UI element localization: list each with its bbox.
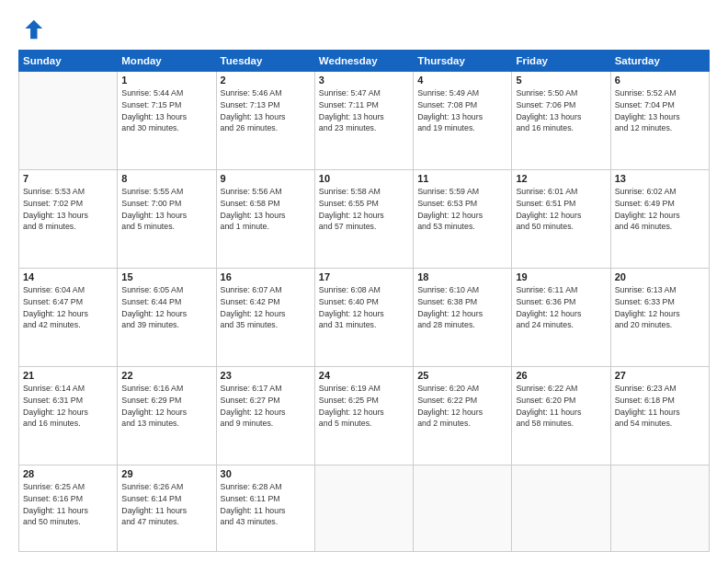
day-number: 3 [319, 75, 409, 86]
day-info: Sunrise: 6:23 AM Sunset: 6:18 PM Dayligh… [615, 383, 705, 430]
weekday-header: Wednesday [314, 51, 413, 72]
calendar-day-cell: 23Sunrise: 6:17 AM Sunset: 6:27 PM Dayli… [216, 367, 314, 465]
day-info: Sunrise: 6:02 AM Sunset: 6:49 PM Dayligh… [615, 186, 705, 233]
day-info: Sunrise: 6:10 AM Sunset: 6:38 PM Dayligh… [417, 284, 507, 331]
calendar-day-cell: 26Sunrise: 6:22 AM Sunset: 6:20 PM Dayli… [512, 367, 610, 465]
day-number: 9 [221, 173, 311, 184]
day-number: 26 [516, 370, 606, 381]
day-info: Sunrise: 6:20 AM Sunset: 6:22 PM Dayligh… [417, 383, 507, 430]
day-number: 1 [121, 75, 211, 86]
day-info: Sunrise: 6:28 AM Sunset: 6:11 PM Dayligh… [221, 481, 311, 528]
calendar-day-cell: 3Sunrise: 5:47 AM Sunset: 7:11 PM Daylig… [314, 72, 413, 170]
day-number: 18 [417, 271, 507, 282]
calendar-day-cell: 15Sunrise: 6:05 AM Sunset: 6:44 PM Dayli… [118, 269, 216, 367]
weekday-header: Thursday [414, 51, 512, 72]
svg-marker-0 [25, 20, 42, 40]
day-info: Sunrise: 5:59 AM Sunset: 6:53 PM Dayligh… [417, 186, 507, 233]
calendar-week-row: 21Sunrise: 6:14 AM Sunset: 6:31 PM Dayli… [19, 367, 710, 465]
calendar-day-cell: 9Sunrise: 5:56 AM Sunset: 6:58 PM Daylig… [216, 170, 314, 269]
calendar-day-cell: 19Sunrise: 6:11 AM Sunset: 6:36 PM Dayli… [512, 269, 610, 367]
day-number: 27 [615, 370, 705, 381]
day-number: 7 [23, 173, 113, 184]
calendar-day-cell [314, 465, 413, 552]
weekday-header: Tuesday [216, 51, 314, 72]
calendar-day-cell: 7Sunrise: 5:53 AM Sunset: 7:02 PM Daylig… [19, 170, 118, 269]
day-number: 14 [23, 271, 113, 282]
day-info: Sunrise: 6:11 AM Sunset: 6:36 PM Dayligh… [516, 284, 606, 331]
weekday-header: Sunday [19, 51, 118, 72]
day-info: Sunrise: 6:05 AM Sunset: 6:44 PM Dayligh… [121, 284, 211, 331]
day-info: Sunrise: 6:08 AM Sunset: 6:40 PM Dayligh… [319, 284, 409, 331]
calendar-day-cell: 27Sunrise: 6:23 AM Sunset: 6:18 PM Dayli… [610, 367, 709, 465]
calendar-day-cell: 16Sunrise: 6:07 AM Sunset: 6:42 PM Dayli… [216, 269, 314, 367]
calendar-day-cell: 10Sunrise: 5:58 AM Sunset: 6:55 PM Dayli… [314, 170, 413, 269]
calendar-day-cell: 21Sunrise: 6:14 AM Sunset: 6:31 PM Dayli… [19, 367, 118, 465]
logo [18, 17, 46, 42]
calendar-day-cell: 11Sunrise: 5:59 AM Sunset: 6:53 PM Dayli… [414, 170, 512, 269]
day-info: Sunrise: 5:47 AM Sunset: 7:11 PM Dayligh… [319, 87, 409, 134]
calendar-day-cell: 17Sunrise: 6:08 AM Sunset: 6:40 PM Dayli… [314, 269, 413, 367]
calendar-table: SundayMondayTuesdayWednesdayThursdayFrid… [18, 50, 710, 552]
logo-icon [18, 17, 44, 42]
day-info: Sunrise: 6:07 AM Sunset: 6:42 PM Dayligh… [221, 284, 311, 331]
day-info: Sunrise: 5:56 AM Sunset: 6:58 PM Dayligh… [221, 186, 311, 233]
day-number: 2 [221, 75, 311, 86]
calendar-week-row: 28Sunrise: 6:25 AM Sunset: 6:16 PM Dayli… [19, 465, 710, 552]
day-number: 10 [319, 173, 409, 184]
day-number: 4 [417, 75, 507, 86]
day-info: Sunrise: 6:16 AM Sunset: 6:29 PM Dayligh… [121, 383, 211, 430]
calendar-day-cell: 6Sunrise: 5:52 AM Sunset: 7:04 PM Daylig… [610, 72, 709, 170]
day-info: Sunrise: 6:14 AM Sunset: 6:31 PM Dayligh… [23, 383, 113, 430]
weekday-header: Friday [512, 51, 610, 72]
calendar-day-cell: 14Sunrise: 6:04 AM Sunset: 6:47 PM Dayli… [19, 269, 118, 367]
day-number: 16 [221, 271, 311, 282]
calendar-day-cell: 24Sunrise: 6:19 AM Sunset: 6:25 PM Dayli… [314, 367, 413, 465]
calendar-day-cell: 8Sunrise: 5:55 AM Sunset: 7:00 PM Daylig… [118, 170, 216, 269]
calendar-day-cell [610, 465, 709, 552]
day-number: 8 [121, 173, 211, 184]
day-number: 12 [516, 173, 606, 184]
calendar-week-row: 1Sunrise: 5:44 AM Sunset: 7:15 PM Daylig… [19, 72, 710, 170]
day-info: Sunrise: 6:13 AM Sunset: 6:33 PM Dayligh… [615, 284, 705, 331]
weekday-header: Saturday [610, 51, 709, 72]
weekday-header: Monday [118, 51, 216, 72]
calendar-day-cell: 30Sunrise: 6:28 AM Sunset: 6:11 PM Dayli… [216, 465, 314, 552]
day-number: 17 [319, 271, 409, 282]
calendar-day-cell: 12Sunrise: 6:01 AM Sunset: 6:51 PM Dayli… [512, 170, 610, 269]
day-number: 29 [121, 468, 211, 479]
day-info: Sunrise: 5:55 AM Sunset: 7:00 PM Dayligh… [121, 186, 211, 233]
day-info: Sunrise: 5:50 AM Sunset: 7:06 PM Dayligh… [516, 87, 606, 134]
calendar-day-cell: 2Sunrise: 5:46 AM Sunset: 7:13 PM Daylig… [216, 72, 314, 170]
calendar-day-cell [512, 465, 610, 552]
day-number: 6 [615, 75, 705, 86]
day-info: Sunrise: 6:01 AM Sunset: 6:51 PM Dayligh… [516, 186, 606, 233]
day-info: Sunrise: 6:04 AM Sunset: 6:47 PM Dayligh… [23, 284, 113, 331]
calendar-week-row: 7Sunrise: 5:53 AM Sunset: 7:02 PM Daylig… [19, 170, 710, 269]
day-info: Sunrise: 5:53 AM Sunset: 7:02 PM Dayligh… [23, 186, 113, 233]
day-number: 13 [615, 173, 705, 184]
calendar-day-cell: 22Sunrise: 6:16 AM Sunset: 6:29 PM Dayli… [118, 367, 216, 465]
calendar-day-cell: 29Sunrise: 6:26 AM Sunset: 6:14 PM Dayli… [118, 465, 216, 552]
day-info: Sunrise: 5:46 AM Sunset: 7:13 PM Dayligh… [221, 87, 311, 134]
day-info: Sunrise: 6:25 AM Sunset: 6:16 PM Dayligh… [23, 481, 113, 528]
calendar-day-cell: 4Sunrise: 5:49 AM Sunset: 7:08 PM Daylig… [414, 72, 512, 170]
calendar-day-cell: 1Sunrise: 5:44 AM Sunset: 7:15 PM Daylig… [118, 72, 216, 170]
day-number: 23 [221, 370, 311, 381]
day-number: 28 [23, 468, 113, 479]
day-number: 19 [516, 271, 606, 282]
day-info: Sunrise: 6:26 AM Sunset: 6:14 PM Dayligh… [121, 481, 211, 528]
calendar-day-cell: 28Sunrise: 6:25 AM Sunset: 6:16 PM Dayli… [19, 465, 118, 552]
calendar-day-cell: 5Sunrise: 5:50 AM Sunset: 7:06 PM Daylig… [512, 72, 610, 170]
day-number: 21 [23, 370, 113, 381]
header [18, 17, 710, 42]
page: SundayMondayTuesdayWednesdayThursdayFrid… [0, 0, 728, 563]
calendar-day-cell: 13Sunrise: 6:02 AM Sunset: 6:49 PM Dayli… [610, 170, 709, 269]
day-number: 22 [121, 370, 211, 381]
day-number: 24 [319, 370, 409, 381]
day-info: Sunrise: 5:52 AM Sunset: 7:04 PM Dayligh… [615, 87, 705, 134]
calendar-day-cell: 25Sunrise: 6:20 AM Sunset: 6:22 PM Dayli… [414, 367, 512, 465]
day-number: 5 [516, 75, 606, 86]
day-info: Sunrise: 6:17 AM Sunset: 6:27 PM Dayligh… [221, 383, 311, 430]
day-info: Sunrise: 5:58 AM Sunset: 6:55 PM Dayligh… [319, 186, 409, 233]
header-row: SundayMondayTuesdayWednesdayThursdayFrid… [19, 51, 710, 72]
